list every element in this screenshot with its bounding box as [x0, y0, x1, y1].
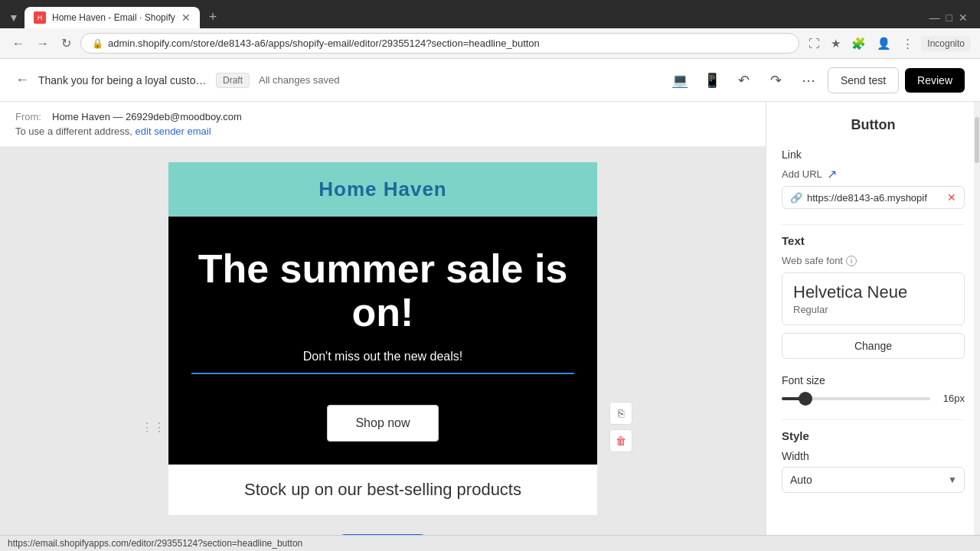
mobile-view-button[interactable]: 📱: [699, 67, 725, 93]
text-section-title: Text: [782, 234, 965, 247]
url-clear-button[interactable]: ✕: [947, 191, 956, 204]
panel-text-section: Text Web safe font i Helvetica Neue Regu…: [782, 234, 965, 359]
font-display: Helvetica Neue Regular: [782, 272, 965, 325]
web-safe-label: Web safe font i: [782, 255, 965, 266]
drag-handle[interactable]: ⋮⋮: [141, 420, 165, 435]
lock-icon: 🔒: [92, 38, 103, 49]
style-label: Style: [782, 429, 965, 442]
divider-2: [782, 419, 965, 420]
email-hero-subtitle: Don't miss out the new deals!: [191, 350, 574, 374]
add-url-label: Add URL: [782, 168, 822, 180]
panel-style-section: Style Width Auto Full Fixed ▼: [782, 429, 965, 493]
link-label: Link: [782, 148, 965, 161]
font-weight: Regular: [793, 304, 953, 315]
url-input[interactable]: [807, 192, 942, 204]
change-font-button[interactable]: Change: [782, 333, 965, 359]
panel-link-section: Link Add URL ↗ 🔗 ✕: [782, 148, 965, 209]
width-select-wrapper: Auto Full Fixed ▼: [782, 467, 965, 493]
browser-back[interactable]: ▼: [6, 10, 21, 25]
font-size-label: Font size: [782, 374, 965, 386]
duplicate-section-button[interactable]: ⎘: [609, 402, 632, 425]
info-icon: i: [846, 256, 857, 266]
desktop-view-button[interactable]: 💻: [667, 67, 693, 93]
app-header: ← Thank you for being a loyal custome...…: [0, 59, 980, 102]
review-button[interactable]: Review: [905, 68, 965, 93]
new-tab-button[interactable]: +: [203, 6, 224, 28]
cast-icon[interactable]: ⛶: [805, 34, 823, 53]
email-products-section[interactable]: Stock up on our best-selling products: [168, 465, 597, 515]
url-input-wrapper[interactable]: 🔗 ✕: [782, 186, 965, 209]
email-button-section[interactable]: ⋮⋮ Shop now ⎘ 🗑: [168, 390, 597, 465]
tab-favicon: H: [34, 11, 46, 24]
draft-badge: Draft: [216, 73, 250, 88]
header-icons: 💻 📱 ↶ ↷ ⋯ Send test Review: [667, 67, 965, 93]
products-title: Stock up on our best-selling products: [191, 480, 574, 500]
back-nav-button[interactable]: ←: [15, 72, 29, 88]
email-canvas: From: Home Haven — 26929deb@moodboy.com …: [0, 102, 766, 535]
sender-info: Home Haven — 26929deb@moodboy.com: [52, 111, 242, 122]
window-minimize[interactable]: —: [929, 11, 940, 24]
extensions-icon[interactable]: 🧩: [848, 34, 869, 54]
width-label: Width: [782, 450, 965, 462]
change-sender-link[interactable]: edit sender email: [136, 126, 211, 137]
status-url: https://email.shopifyapps.com/editor/293…: [8, 538, 302, 549]
right-panel: Button Link Add URL ↗ 🔗 ✕: [766, 102, 980, 535]
send-test-button[interactable]: Send test: [828, 67, 899, 93]
email-meta: From: Home Haven — 26929deb@moodboy.com …: [0, 102, 766, 147]
add-section-bar: + Add section: [321, 523, 445, 535]
email-title: Thank you for being a loyal custome...: [38, 74, 207, 86]
nav-forward-button[interactable]: →: [34, 34, 52, 54]
panel-title: Button: [782, 117, 965, 133]
nav-back-button[interactable]: ←: [9, 34, 28, 54]
address-bar[interactable]: 🔒 admin.shopify.com/store/de8143-a6/apps…: [80, 33, 799, 54]
menu-icon[interactable]: ⋮: [899, 34, 916, 54]
incognito-label: Incognito: [921, 36, 971, 51]
font-size-slider[interactable]: [782, 397, 930, 400]
active-tab[interactable]: H Home Haven - Email · Shopify ✕: [24, 7, 200, 28]
font-size-value: 16px: [938, 393, 965, 404]
tab-title: Home Haven - Email · Shopify: [52, 12, 175, 23]
window-close[interactable]: ✕: [959, 11, 968, 24]
close-tab-button[interactable]: ✕: [181, 11, 191, 24]
undo-button[interactable]: ↶: [731, 67, 757, 93]
font-name: Helvetica Neue: [793, 282, 953, 302]
divider-1: [782, 224, 965, 225]
change-address-prompt: To use a different address,: [15, 126, 132, 137]
more-options-button[interactable]: ⋯: [795, 67, 822, 93]
status-bar: https://email.shopifyapps.com/editor/293…: [0, 535, 980, 551]
delete-section-button[interactable]: 🗑: [609, 429, 632, 452]
email-cta-button[interactable]: Shop now: [327, 405, 438, 442]
from-label: From:: [15, 111, 46, 122]
width-select[interactable]: Auto Full Fixed: [782, 467, 965, 493]
saved-status: All changes saved: [259, 74, 340, 86]
window-maximize[interactable]: □: [946, 11, 952, 24]
external-link-button[interactable]: ↗: [827, 167, 837, 181]
address-text: admin.shopify.com/store/de8143-a6/apps/s…: [108, 37, 540, 49]
redo-button[interactable]: ↷: [763, 67, 789, 93]
email-brand: Home Haven: [184, 178, 582, 201]
email-header-section[interactable]: Home Haven: [168, 162, 597, 217]
bookmark-icon[interactable]: ★: [828, 34, 844, 54]
panel-font-size-section: Font size 16px: [782, 374, 965, 404]
email-hero-title: The summer sale is on!: [191, 247, 574, 334]
url-link-icon: 🔗: [790, 192, 802, 204]
email-hero-section[interactable]: The summer sale is on! Don't miss out th…: [168, 217, 597, 390]
nav-refresh-button[interactable]: ↻: [58, 33, 74, 54]
email-body: Home Haven The summer sale is on! Don't …: [168, 162, 597, 515]
profile-icon[interactable]: 👤: [874, 34, 894, 54]
